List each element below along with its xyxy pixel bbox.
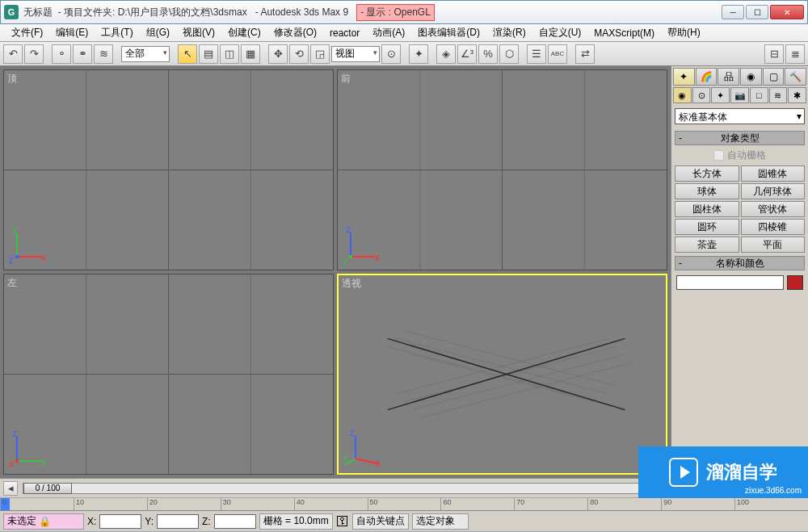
link-button[interactable]: ⚬ [52, 44, 71, 64]
rotate-button[interactable]: ⟲ [289, 44, 309, 64]
angle-snap-button[interactable]: ∠³ [457, 44, 477, 64]
prim-tube[interactable]: 管状体 [741, 201, 806, 217]
undo-button[interactable]: ↶ [3, 44, 23, 64]
abc-button[interactable]: ABC [548, 44, 567, 64]
selected-object-combo[interactable]: 选定对象 [412, 513, 469, 530]
tick-100: 100 [734, 498, 808, 510]
prim-geosphere[interactable]: 几何球体 [741, 183, 806, 199]
axis-gizmo-icon: y x z [9, 224, 49, 265]
select-region-button[interactable]: ◫ [220, 44, 239, 64]
move-button[interactable]: ✥ [268, 44, 288, 64]
tab-motion[interactable]: ◉ [740, 68, 762, 86]
viewport-label-top: 顶 [7, 72, 17, 86]
object-color-swatch[interactable] [787, 275, 803, 290]
axis-gizmo-icon: z x y [343, 428, 384, 468]
subtab-helpers[interactable]: □ [750, 87, 768, 103]
manipulate-button[interactable]: ✦ [409, 44, 428, 64]
x-input[interactable] [99, 514, 141, 529]
snap-toggle-button[interactable]: ◈ [436, 44, 456, 64]
prim-pyramid[interactable]: 四棱锥 [741, 219, 806, 235]
viewport-label-front: 前 [341, 72, 351, 86]
y-input[interactable] [157, 514, 199, 529]
menu-maxscript[interactable]: MAXScript(M) [587, 26, 661, 40]
bind-spacewarp-button[interactable]: ≋ [94, 44, 113, 64]
viewport-perspective[interactable]: 透视 z x y [337, 274, 667, 475]
subtab-spacewarps[interactable]: ≋ [769, 87, 788, 103]
tab-modify[interactable]: 🌈 [696, 68, 718, 86]
svg-text:x: x [376, 458, 381, 468]
subtab-shapes[interactable]: ⊙ [692, 87, 711, 103]
tab-utilities[interactable]: 🔨 [785, 68, 806, 86]
object-name-input[interactable] [676, 275, 784, 290]
svg-text:y: y [41, 456, 46, 467]
close-button[interactable]: ✕ [770, 5, 804, 19]
menu-view[interactable]: 视图(V) [176, 24, 221, 41]
menu-tools[interactable]: 工具(T) [95, 24, 139, 41]
scale-button[interactable]: ◲ [310, 44, 330, 64]
z-input[interactable] [214, 514, 256, 529]
tab-display[interactable]: ▢ [763, 68, 785, 86]
layers-button[interactable]: ≣ [785, 44, 805, 64]
subtab-systems[interactable]: ✱ [788, 87, 806, 103]
time-slider-thumb[interactable]: 0 / 100 [23, 483, 72, 494]
tick-40: 40 [294, 498, 368, 510]
menu-reactor[interactable]: reactor [323, 26, 366, 40]
rollout-object-type[interactable]: 对象类型 [675, 131, 805, 145]
menu-create[interactable]: 创建(C) [221, 24, 267, 41]
pivot-button[interactable]: ⊙ [381, 44, 401, 64]
spinner-snap-button[interactable]: ⬡ [499, 44, 519, 64]
select-button[interactable]: ↖ [178, 44, 197, 64]
time-prev-button[interactable]: ◂ [3, 481, 18, 496]
subtab-cameras[interactable]: 📷 [730, 87, 749, 103]
align-button[interactable]: ⊟ [764, 44, 784, 64]
menu-customize[interactable]: 自定义(U) [532, 24, 588, 41]
svg-text:x: x [9, 459, 14, 469]
tick-20: 20 [147, 498, 221, 510]
prim-cone[interactable]: 圆锥体 [741, 165, 806, 182]
perspective-grid [339, 275, 666, 473]
mirror-button[interactable]: ⇄ [575, 44, 595, 64]
viewport-left[interactable]: 左 z y x [3, 274, 334, 475]
subtab-lights[interactable]: ✦ [711, 87, 730, 103]
autokey-button[interactable]: 自动关键点 [352, 513, 409, 530]
autogrid-checkbox[interactable] [713, 150, 724, 161]
tab-create[interactable]: ✦ [673, 68, 695, 86]
menu-group[interactable]: 组(G) [140, 24, 176, 41]
menu-edit[interactable]: 编辑(E) [49, 24, 95, 41]
rollout-name-color[interactable]: 名称和颜色 [675, 256, 805, 270]
category-combo[interactable]: 标准基本体 [675, 108, 805, 124]
time-ruler[interactable]: 0 10 20 30 40 50 60 70 80 90 100 [0, 497, 808, 510]
unlink-button[interactable]: ⚭ [73, 44, 92, 64]
minimize-button[interactable]: ─ [722, 5, 744, 19]
svg-rect-8 [15, 255, 19, 258]
prim-teapot[interactable]: 茶壶 [675, 237, 739, 253]
maximize-button[interactable]: ☐ [746, 5, 768, 19]
select-by-name-button[interactable]: ▤ [199, 44, 218, 64]
named-sel-button[interactable]: ☰ [527, 44, 546, 64]
menu-file[interactable]: 文件(F) [5, 24, 49, 41]
menu-graph[interactable]: 图表编辑器(D) [411, 24, 486, 41]
redo-button[interactable]: ↷ [24, 44, 44, 64]
menu-animation[interactable]: 动画(A) [366, 24, 411, 41]
menu-help[interactable]: 帮助(H) [661, 24, 707, 41]
menu-bar: 文件(F) 编辑(E) 工具(T) 组(G) 视图(V) 创建(C) 修改器(O… [0, 24, 808, 42]
prim-plane[interactable]: 平面 [741, 237, 806, 253]
percent-snap-button[interactable]: % [478, 44, 498, 64]
viewport-front[interactable]: 前 z x y [337, 69, 667, 270]
watermark-overlay: 溜溜自学 zixue.3d66.com [638, 446, 808, 498]
viewport-top[interactable]: 顶 y x z [3, 69, 334, 270]
tick-70: 70 [514, 498, 587, 510]
prim-box[interactable]: 长方体 [675, 165, 739, 182]
menu-modifiers[interactable]: 修改器(O) [267, 24, 323, 41]
svg-line-42 [356, 459, 377, 463]
tab-hierarchy[interactable]: 品 [718, 68, 739, 86]
prim-torus[interactable]: 圆环 [675, 219, 739, 235]
subtab-geometry[interactable]: ◉ [673, 87, 692, 103]
refcoord-combo[interactable]: 视图 [331, 46, 380, 62]
prim-sphere[interactable]: 球体 [675, 183, 739, 199]
prim-cylinder[interactable]: 圆柱体 [675, 201, 739, 217]
menu-render[interactable]: 渲染(R) [486, 24, 532, 41]
selection-filter-combo[interactable]: 全部 [121, 46, 170, 62]
watermark-brand: 溜溜自学 [706, 460, 777, 484]
window-crossing-button[interactable]: ▦ [241, 44, 260, 64]
